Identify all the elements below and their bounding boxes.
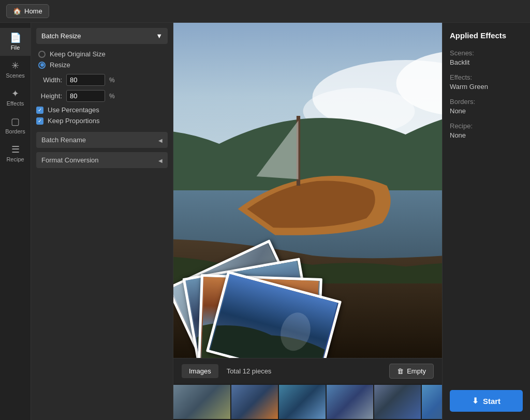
recipe-label: Recipe:	[450, 122, 523, 130]
borders-section: Borders: None	[450, 98, 523, 115]
sidebar-item-effects[interactable]: ✦ Effects	[0, 84, 31, 112]
sidebar-item-recipe[interactable]: ☰ Recipe	[0, 140, 31, 168]
main-layout: 📄 File ✳ Scenes ✦ Effects ▢ Borders ☰ Re…	[0, 23, 530, 420]
recipe-section: Recipe: None	[450, 122, 523, 139]
thumbnail-strip	[173, 384, 442, 420]
file-icon: 📄	[10, 33, 21, 42]
scenes-label: Scenes:	[450, 49, 523, 57]
boat-svg	[173, 23, 442, 358]
keep-original-label: Keep Original Size	[50, 50, 106, 58]
use-percentages-checkbox-row[interactable]: Use Percentages	[36, 106, 168, 114]
thumbnail-2[interactable]	[231, 385, 278, 419]
height-unit: %	[109, 93, 115, 100]
empty-button[interactable]: 🗑 Empty	[389, 364, 434, 379]
preview-area	[173, 23, 442, 358]
effects-value: Warm Green	[450, 83, 523, 91]
format-conversion-label: Format Conversion	[41, 156, 99, 164]
effects-label: Effects:	[450, 73, 523, 81]
effects-icon: ✦	[11, 89, 19, 98]
resize-options: Keep Original Size Resize	[36, 50, 168, 69]
sidebar-item-file[interactable]: 📄 File	[0, 28, 31, 56]
sidebar-item-borders[interactable]: ▢ Borders	[0, 112, 31, 140]
home-button[interactable]: 🏠 Home	[6, 4, 49, 18]
start-label: Start	[483, 397, 500, 406]
width-unit: %	[109, 77, 115, 84]
batch-rename-chevron-icon	[158, 136, 163, 144]
height-row: Height: %	[36, 90, 168, 102]
format-conversion-button[interactable]: Format Conversion	[36, 152, 168, 168]
applied-effects-title: Applied Effects	[450, 31, 523, 40]
recipe-icon: ☰	[11, 145, 20, 154]
height-input[interactable]	[66, 90, 105, 102]
thumbnail-6[interactable]	[422, 385, 442, 419]
batch-resize-dropdown[interactable]: Batch Resize ▼	[36, 28, 168, 44]
resize-option[interactable]: Resize	[38, 61, 166, 69]
trash-icon: 🗑	[397, 367, 404, 375]
scenes-section: Scenes: Backlit	[450, 49, 523, 66]
preview-image	[173, 23, 442, 358]
recipe-value: None	[450, 131, 523, 139]
resize-radio[interactable]	[38, 62, 46, 69]
borders-label: Borders:	[450, 98, 523, 106]
home-label: Home	[24, 7, 42, 15]
batch-resize-label: Batch Resize	[41, 32, 81, 40]
batch-rename-label: Batch Rename	[41, 136, 86, 144]
start-button[interactable]: ⬇ Start	[450, 390, 523, 412]
home-icon: 🏠	[13, 7, 21, 15]
borders-value: None	[450, 107, 523, 115]
width-input[interactable]	[66, 74, 105, 86]
bottom-bar: Images Total 12 pieces 🗑 Empty	[173, 358, 442, 384]
thumbnail-5[interactable]	[374, 385, 421, 419]
width-label: Width:	[36, 76, 62, 84]
keep-proportions-label: Keep Proportions	[48, 117, 99, 125]
sidebar-label-borders: Borders	[5, 128, 25, 134]
main-content: Images Total 12 pieces 🗑 Empty	[173, 23, 442, 420]
sidebar-label-effects: Effects	[7, 100, 24, 107]
topbar: 🏠 Home	[0, 0, 530, 23]
format-conversion-chevron-icon	[158, 156, 163, 164]
scenes-icon: ✳	[11, 61, 19, 70]
thumbnail-1[interactable]	[173, 385, 230, 419]
effects-section: Effects: Warm Green	[450, 73, 523, 91]
empty-label: Empty	[407, 367, 426, 375]
images-tab-label: Images	[189, 367, 211, 375]
scenes-value: Backlit	[450, 58, 523, 66]
sidebar-label-file: File	[11, 44, 20, 51]
keep-proportions-checkbox-row[interactable]: Keep Proportions	[36, 117, 168, 125]
images-tab[interactable]: Images	[182, 364, 218, 378]
keep-proportions-checkbox[interactable]	[36, 117, 43, 125]
keep-original-radio[interactable]	[38, 51, 46, 58]
start-download-icon: ⬇	[472, 396, 479, 406]
sidebar: 📄 File ✳ Scenes ✦ Effects ▢ Borders ☰ Re…	[0, 23, 31, 420]
width-row: Width: %	[36, 74, 168, 86]
keep-original-size-option[interactable]: Keep Original Size	[38, 50, 166, 58]
sidebar-label-scenes: Scenes	[6, 72, 25, 79]
batch-rename-button[interactable]: Batch Rename	[36, 132, 168, 148]
right-panel: Applied Effects Scenes: Backlit Effects:…	[442, 23, 530, 420]
use-percentages-checkbox[interactable]	[36, 107, 43, 114]
thumbnail-4[interactable]	[327, 385, 373, 419]
use-percentages-label: Use Percentages	[48, 106, 99, 114]
borders-icon: ▢	[11, 117, 20, 126]
left-panel: Batch Resize ▼ Keep Original Size Resize…	[31, 23, 173, 420]
batch-resize-chevron-icon: ▼	[156, 32, 163, 40]
sidebar-label-recipe: Recipe	[6, 156, 24, 162]
sidebar-item-scenes[interactable]: ✳ Scenes	[0, 56, 31, 84]
resize-label: Resize	[50, 61, 70, 69]
thumbnail-3[interactable]	[279, 385, 326, 419]
total-count: Total 12 pieces	[227, 367, 272, 375]
height-label: Height:	[36, 92, 62, 100]
